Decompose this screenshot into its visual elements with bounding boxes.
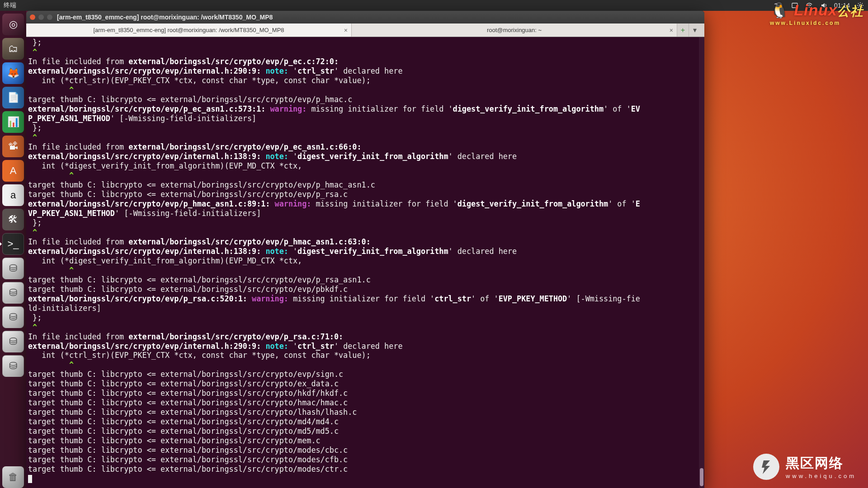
launcher-item-dash[interactable]: ◎	[2, 14, 24, 35]
scrollbar-thumb[interactable]	[700, 468, 703, 486]
terminal-line: VP_PKEY_ASN1_METHOD' [-Wmissing-field-in…	[28, 209, 697, 218]
terminal-line: target thumb C: libcrypto <= external/bo…	[28, 427, 697, 436]
terminal-line: target thumb C: libcrypto <= external/bo…	[28, 190, 697, 199]
terminal-line	[28, 474, 697, 483]
tab-close-icon[interactable]: ×	[670, 27, 673, 34]
terminal-line: ^	[28, 47, 697, 57]
terminal-line: In file included from external/boringssl…	[28, 57, 697, 66]
watermark-linux-sub: www.Linuxidc.com	[770, 20, 863, 26]
watermark-heiqu-sub: www.heiqu.com	[786, 473, 856, 479]
terminal-line: int (*ctrl_str)(EVP_PKEY_CTX *ctx, const…	[28, 76, 697, 85]
window-title: [arm-em_t8350_emmc-eng] root@morixinguan…	[57, 14, 273, 21]
terminal-line: target thumb C: libcrypto <= external/bo…	[28, 379, 697, 389]
terminal-line: target thumb C: libcrypto <= external/bo…	[28, 180, 697, 190]
terminal-body: }; ^In file included from external/borin…	[26, 37, 704, 488]
terminal-window: [arm-em_t8350_emmc-eng] root@morixinguan…	[26, 11, 704, 488]
launcher-item-disk5[interactable]: ⛁	[2, 355, 24, 377]
heiqu-logo-icon	[753, 454, 779, 480]
launcher-item-calc[interactable]: 📊	[2, 111, 24, 133]
launcher-item-files[interactable]: 🗂	[2, 38, 24, 60]
terminal-line: int (*digest_verify_init_from_algorithm)…	[28, 256, 697, 266]
launcher-item-disk3[interactable]: ⛁	[2, 306, 24, 328]
terminal-line: };	[28, 313, 697, 323]
terminal-line: external/boringssl/src/crypto/evp/intern…	[28, 247, 697, 256]
top-menubar: 终端 01:14	[0, 0, 868, 11]
launcher-item-disk1[interactable]: ⛁	[2, 258, 24, 279]
terminal-line: P_PKEY_ASN1_METHOD' [-Wmissing-field-ini…	[28, 114, 697, 123]
terminal-line: external/boringssl/src/crypto/evp/intern…	[28, 66, 697, 76]
tab-label: [arm-em_t8350_emmc-eng] root@morixinguan…	[93, 27, 284, 33]
launcher-item-firefox[interactable]: 🦊	[2, 62, 24, 84]
window-buttons	[30, 14, 52, 20]
launcher-item-disk2[interactable]: ⛁	[2, 282, 24, 304]
tab-close-icon[interactable]: ×	[344, 27, 348, 34]
terminal-line: };	[28, 38, 697, 47]
terminal-line: ^	[28, 323, 697, 332]
terminal-line: external/boringssl/src/crypto/evp/p_hmac…	[28, 199, 697, 209]
terminal-line: external/boringssl/src/crypto/evp/p_ec_a…	[28, 104, 697, 114]
maximize-button[interactable]	[47, 14, 52, 20]
launcher-item-writer[interactable]: 📄	[2, 87, 24, 108]
terminal-line: ld-initializers]	[28, 304, 697, 313]
terminal-line: In file included from external/boringssl…	[28, 237, 697, 247]
tab-add-button[interactable]: +	[677, 23, 689, 37]
terminal-line: target thumb C: libcrypto <= external/bo…	[28, 370, 697, 379]
terminal-line: In file included from external/boringssl…	[28, 332, 697, 342]
terminal-line: external/boringssl/src/crypto/evp/intern…	[28, 342, 697, 351]
terminal-tabbar: [arm-em_t8350_emmc-eng] root@morixinguan…	[26, 23, 704, 37]
launcher-item-amazon[interactable]: a	[2, 184, 24, 206]
terminal-output[interactable]: }; ^In file included from external/borin…	[26, 37, 699, 488]
close-button[interactable]	[30, 14, 35, 20]
terminal-line: ^	[28, 85, 697, 95]
terminal-line: target thumb C: libcrypto <= external/bo…	[28, 285, 697, 294]
scrollbar[interactable]	[699, 37, 704, 488]
launcher-item-disk4[interactable]: ⛁	[2, 331, 24, 352]
terminal-line: target thumb C: libcrypto <= external/bo…	[28, 436, 697, 446]
tab-menu-button[interactable]: ▾	[689, 23, 701, 37]
minimize-button[interactable]	[38, 14, 44, 20]
launcher-item-impress[interactable]: 📽	[2, 136, 24, 157]
terminal-line: target thumb C: libcrypto <= external/bo…	[28, 408, 697, 417]
launcher-item-terminal[interactable]: >_	[2, 233, 24, 255]
terminal-tab-1[interactable]: root@morixinguan: ~×	[352, 23, 677, 37]
terminal-line: ^	[28, 266, 697, 275]
terminal-line: target thumb C: libcrypto <= external/bo…	[28, 455, 697, 465]
terminal-line: ^	[28, 133, 697, 142]
terminal-line: int (*ctrl_str)(EVP_PKEY_CTX *ctx, const…	[28, 351, 697, 360]
terminal-line: ^	[28, 360, 697, 370]
window-titlebar[interactable]: [arm-em_t8350_emmc-eng] root@morixinguan…	[26, 11, 704, 23]
unity-launcher: ◎🗂🦊📄📊📽Aa🛠>_⛁⛁⛁⛁⛁🗑	[0, 11, 26, 488]
terminal-line: target thumb C: libcrypto <= external/bo…	[28, 446, 697, 455]
launcher-item-trash[interactable]: 🗑	[2, 466, 24, 488]
terminal-line: target thumb C: libcrypto <= external/bo…	[28, 389, 697, 398]
terminal-line: target thumb C: libcrypto <= external/bo…	[28, 95, 697, 104]
terminal-line: int (*digest_verify_init_from_algorithm)…	[28, 161, 697, 171]
terminal-line: external/boringssl/src/crypto/evp/intern…	[28, 152, 697, 161]
terminal-line: target thumb C: libcrypto <= external/bo…	[28, 417, 697, 427]
launcher-item-software[interactable]: A	[2, 160, 24, 182]
watermark-linux-text: Linux	[794, 1, 837, 19]
terminal-line: ^	[28, 171, 697, 180]
terminal-tab-0[interactable]: [arm-em_t8350_emmc-eng] root@morixinguan…	[26, 23, 352, 37]
terminal-line: target thumb C: libcrypto <= external/bo…	[28, 398, 697, 408]
terminal-line: };	[28, 123, 697, 133]
watermark-heiqu: 黑区网络 www.heiqu.com	[753, 454, 856, 480]
app-menu-label[interactable]: 终端	[4, 1, 16, 9]
terminal-line: };	[28, 218, 697, 228]
cursor	[28, 475, 32, 483]
launcher-item-settings[interactable]: 🛠	[2, 209, 24, 230]
terminal-line: external/boringssl/src/crypto/evp/p_rsa.…	[28, 294, 697, 304]
watermark-heiqu-text: 黑区网络	[786, 454, 856, 473]
terminal-line: In file included from external/boringssl…	[28, 142, 697, 152]
watermark-linux: 🐧 Linux公社 www.Linuxidc.com	[770, 1, 863, 26]
terminal-line: ^	[28, 228, 697, 237]
tab-label: root@morixinguan: ~	[487, 27, 542, 33]
terminal-line: target thumb C: libcrypto <= external/bo…	[28, 465, 697, 474]
tux-icon: 🐧	[770, 1, 789, 19]
terminal-line: target thumb C: libcrypto <= external/bo…	[28, 275, 697, 285]
